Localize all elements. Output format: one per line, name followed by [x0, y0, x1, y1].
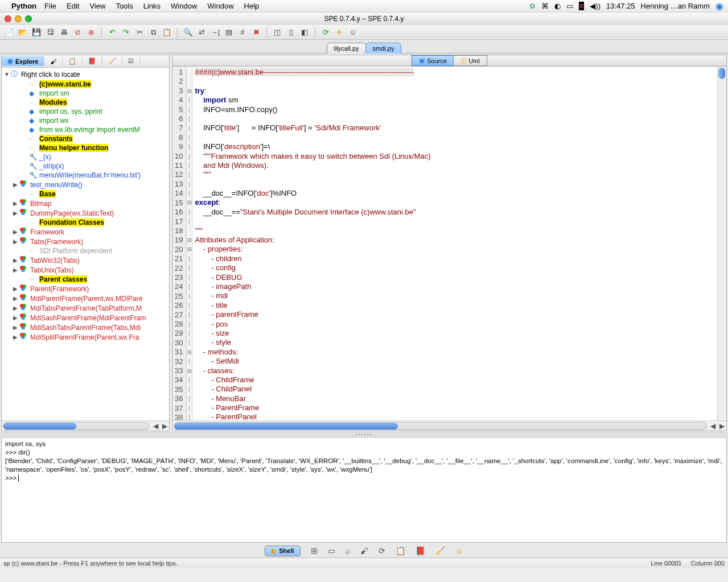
- tree-item[interactable]: ▶MdiSashParentFrame(MdiParentFram: [2, 313, 169, 323]
- tool-layout-3-icon[interactable]: ◧: [299, 27, 310, 38]
- scroll-right-icon[interactable]: ▶: [160, 422, 169, 430]
- tree-item[interactable]: ▶DummyPage(wx.StaticText): [2, 208, 169, 218]
- bottom-tool-2-icon[interactable]: ▭: [328, 546, 335, 555]
- tree-item[interactable]: ▶MdiTabsParentFrame(TabPlatform,M: [2, 303, 169, 313]
- tree-item[interactable]: ─Constants: [2, 134, 169, 143]
- tool-redo-icon[interactable]: ↷: [120, 27, 131, 38]
- tree-item[interactable]: ▶Parent(Framework): [2, 284, 169, 294]
- tree-item[interactable]: ─Foundation Classes: [2, 218, 169, 227]
- editor-tab-source[interactable]: ▣ Source: [412, 55, 454, 66]
- tool-run-icon[interactable]: ☀: [334, 27, 345, 38]
- tree-item[interactable]: ─(c)www.stani.be: [2, 80, 169, 89]
- tree-item[interactable]: ─SDI Platform dependent: [2, 246, 169, 255]
- tool-goto-icon[interactable]: →|: [209, 27, 221, 38]
- tree-item[interactable]: ▶test_menuWrite(): [2, 180, 169, 189]
- file-tab-smdi[interactable]: smdi.py: [365, 43, 402, 53]
- status-bluetooth-icon[interactable]: ⌘: [541, 2, 549, 10]
- bottom-tool-3-icon[interactable]: ⌕: [346, 546, 350, 555]
- file-tab-lilycall[interactable]: lilycall.py: [327, 43, 367, 53]
- tool-close-all-icon[interactable]: ⊗: [85, 27, 97, 38]
- explorer-tab-explore[interactable]: ◉ Explore: [2, 56, 44, 66]
- splitter-handle[interactable]: [0, 432, 728, 436]
- tool-hash-icon[interactable]: #: [237, 27, 248, 38]
- tree-item[interactable]: ─Modules: [2, 98, 169, 107]
- tree-item[interactable]: ▶MdiSplitParentFrame(Parent,wx.Fra: [2, 332, 169, 342]
- tree-item[interactable]: 🔧_strip(x): [2, 162, 169, 171]
- status-monitor-icon[interactable]: ▭: [566, 2, 573, 10]
- tree-item[interactable]: ▶MdiParentFrame(Parent,wx.MDIPare: [2, 294, 169, 303]
- explorer-tab-2[interactable]: 🖌: [44, 57, 63, 66]
- window-close-button[interactable]: [5, 15, 11, 22]
- scroll-left-icon[interactable]: ◀: [708, 422, 717, 430]
- tool-close-icon[interactable]: ⊘: [72, 27, 83, 38]
- explorer-hscrollbar[interactable]: ◀▶: [2, 420, 169, 431]
- explorer-tree[interactable]: ▼ ⓘ Right click to locate ─(c)www.stani.…: [2, 68, 169, 420]
- tree-item[interactable]: ▶Bitmap: [2, 199, 169, 208]
- menu-window[interactable]: Window: [171, 2, 197, 10]
- tool-layout-2-icon[interactable]: ▯: [285, 27, 297, 38]
- tree-item[interactable]: ▶Tabs(Framework): [2, 237, 169, 246]
- tree-item[interactable]: 🔧menuWrite(menuBar,f='menu.txt'): [2, 171, 169, 180]
- tool-print-icon[interactable]: 🖶: [58, 27, 69, 38]
- editor-tab-uml[interactable]: ◫ Uml: [453, 55, 487, 66]
- tree-root[interactable]: ▼ ⓘ Right click to locate: [2, 69, 169, 80]
- explorer-tab-4[interactable]: 📕: [83, 56, 102, 66]
- tool-cut-icon[interactable]: ✂: [134, 27, 145, 38]
- explorer-tab-3[interactable]: 📋: [63, 56, 83, 66]
- tree-item[interactable]: ▶Framework: [2, 227, 169, 237]
- explorer-tab-6[interactable]: ☑: [122, 56, 140, 66]
- tool-search-icon[interactable]: 🔍: [182, 27, 194, 38]
- tool-replace-icon[interactable]: ⇄: [196, 27, 207, 38]
- status-flag-icon[interactable]: ≡: [579, 2, 585, 10]
- menu-view[interactable]: View: [89, 2, 105, 10]
- explorer-tab-5[interactable]: 🧹: [102, 56, 122, 66]
- menu-tools[interactable]: Tools: [116, 2, 133, 10]
- tool-saveall-icon[interactable]: 🖫: [44, 27, 56, 38]
- tree-item[interactable]: ◆import sm: [2, 89, 169, 98]
- tree-item[interactable]: ◆import os, sys, pprint: [2, 107, 169, 116]
- tool-debug-icon[interactable]: ✖: [250, 27, 262, 38]
- menu-window-2[interactable]: Window: [207, 2, 233, 10]
- tool-undo-icon[interactable]: ↶: [106, 27, 118, 38]
- menubar-user[interactable]: Henning …an Ramm: [641, 2, 710, 10]
- tool-layout-1-icon[interactable]: ◫: [272, 27, 283, 38]
- editor-hscrollbar[interactable]: ◀▶: [172, 420, 726, 431]
- scroll-right-icon[interactable]: ▶: [717, 422, 726, 430]
- tool-open-icon[interactable]: 📂: [17, 27, 28, 38]
- bottom-tool-7-icon[interactable]: 📕: [416, 546, 425, 555]
- bottom-tab-shell[interactable]: ◐ Shell: [265, 546, 300, 556]
- bottom-tool-8-icon[interactable]: 🧹: [435, 546, 445, 555]
- tool-browse-icon[interactable]: ▤: [223, 27, 235, 38]
- tree-item[interactable]: ─Menu helper function: [2, 143, 169, 152]
- tree-item[interactable]: ◆from wx.lib.evtmgr import eventM: [2, 125, 169, 134]
- tree-item[interactable]: 🔧_(x): [2, 152, 169, 162]
- code-editor[interactable]: 1234567891011121314151617181920212223242…: [172, 67, 726, 420]
- bottom-tool-5-icon[interactable]: ⟳: [379, 546, 385, 555]
- app-name[interactable]: Python: [11, 2, 36, 10]
- tool-new-icon[interactable]: 📄: [3, 27, 15, 38]
- tree-item[interactable]: ▶TabWin32(Tabs): [2, 255, 169, 265]
- fold-column[interactable]: ⊟│││││││││││⊟││⊟⊟││││││││││⊟│⊟│││││: [187, 67, 192, 420]
- tool-copy-icon[interactable]: ⧉: [147, 27, 159, 38]
- menu-file[interactable]: File: [44, 2, 56, 10]
- tree-item[interactable]: ─Parent classes: [2, 275, 169, 284]
- window-minimize-button[interactable]: [15, 15, 22, 22]
- menubar-clock[interactable]: 13:47:25: [606, 2, 635, 10]
- bottom-tool-1-icon[interactable]: ⊞: [311, 546, 318, 555]
- bottom-tool-9-icon[interactable]: ☺: [455, 546, 463, 555]
- tree-item[interactable]: ▶MdiSashTabsParentFrame(Tabs,Mdi: [2, 323, 169, 332]
- tool-smile-icon[interactable]: ☺: [347, 27, 359, 38]
- status-leaf-icon[interactable]: ✿: [529, 2, 536, 10]
- bottom-tool-6-icon[interactable]: 📋: [396, 546, 405, 555]
- status-volume-icon[interactable]: ◀)): [590, 2, 601, 10]
- scroll-left-icon[interactable]: ◀: [151, 422, 160, 430]
- tool-refresh-icon[interactable]: ⟳: [320, 27, 331, 38]
- bottom-tool-4-icon[interactable]: 🖌: [360, 546, 368, 555]
- tree-item[interactable]: ◆import wx: [2, 116, 169, 125]
- tree-item[interactable]: ─Base: [2, 189, 169, 199]
- spotlight-icon[interactable]: ◉: [715, 1, 723, 11]
- shell-console[interactable]: import os, sys>>> dir()['Blender', 'Chil…: [2, 437, 726, 542]
- code-area[interactable]: ####(c)www.stani.be---------------------…: [192, 67, 717, 420]
- tool-paste-icon[interactable]: 📋: [161, 27, 172, 38]
- tree-item[interactable]: ▶TabUnix(Tabs): [2, 265, 169, 275]
